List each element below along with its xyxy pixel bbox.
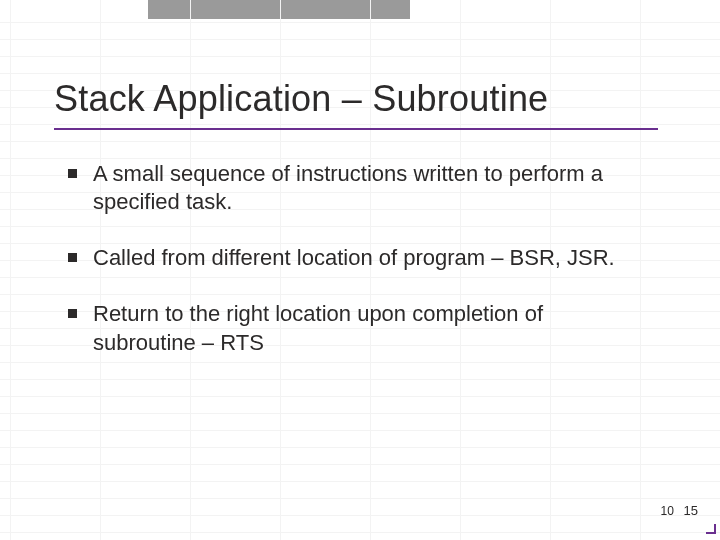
title-block: Stack Application – Subroutine [54,78,680,130]
bullet-item: Called from different location of progra… [68,244,638,272]
page-number-inner: 10 [661,504,674,518]
bullet-square-icon [68,309,77,318]
top-gray-bar [148,0,410,19]
bullet-item: Return to the right location upon comple… [68,300,638,356]
body-content: A small sequence of instructions written… [68,160,638,385]
bullet-square-icon [68,253,77,262]
bullet-text: Return to the right location upon comple… [93,300,638,356]
page-numbers: 10 15 [661,503,698,518]
slide-title: Stack Application – Subroutine [54,78,680,126]
slide: Stack Application – Subroutine A small s… [0,0,720,540]
bullet-text: A small sequence of instructions written… [93,160,638,216]
page-number-outer: 15 [684,503,698,518]
corner-accent-icon [706,524,716,534]
title-underline [54,128,658,130]
bullet-square-icon [68,169,77,178]
bullet-text: Called from different location of progra… [93,244,615,272]
bullet-item: A small sequence of instructions written… [68,160,638,216]
